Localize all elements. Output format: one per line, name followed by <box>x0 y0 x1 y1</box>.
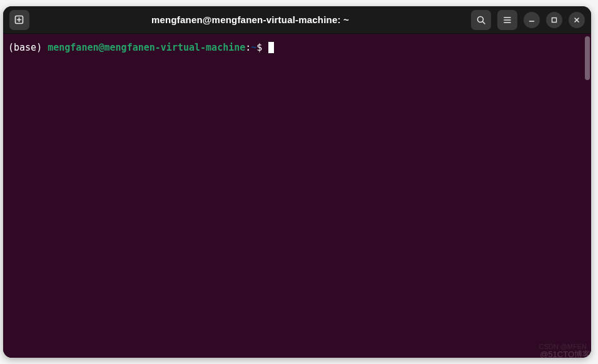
minimize-icon <box>528 16 535 24</box>
new-tab-button[interactable] <box>9 10 29 30</box>
scrollbar-thumb[interactable] <box>585 36 590 80</box>
titlebar-left <box>9 10 29 30</box>
conda-env: (base) <box>8 41 48 54</box>
close-icon <box>573 16 580 24</box>
user-host: mengfanen@mengfanen-virtual-machine <box>48 41 245 54</box>
prompt-dollar: $ <box>256 41 268 54</box>
window-title: mengfanen@mengfanen-virtual-machine: ~ <box>34 14 466 25</box>
svg-line-4 <box>483 21 485 24</box>
prompt-line: (base) mengfanen@mengfanen-virtual-machi… <box>8 41 586 54</box>
maximize-button[interactable] <box>546 12 562 28</box>
svg-rect-9 <box>552 18 557 22</box>
titlebar: mengfanen@mengfanen-virtual-machine: ~ <box>3 6 591 34</box>
close-button[interactable] <box>569 12 585 28</box>
cwd-path: ~ <box>251 41 256 54</box>
terminal-window: mengfanen@mengfanen-virtual-machine: ~ <box>3 6 591 358</box>
hamburger-icon <box>502 15 512 25</box>
terminal-body[interactable]: (base) mengfanen@mengfanen-virtual-machi… <box>3 34 591 358</box>
maximize-icon <box>550 16 558 24</box>
titlebar-right <box>471 10 585 30</box>
minimize-button[interactable] <box>524 12 540 28</box>
new-tab-icon <box>14 14 25 26</box>
text-cursor <box>268 42 274 53</box>
search-icon <box>476 15 486 25</box>
search-button[interactable] <box>471 10 491 30</box>
prompt-colon: : <box>245 41 251 54</box>
menu-button[interactable] <box>497 10 517 30</box>
